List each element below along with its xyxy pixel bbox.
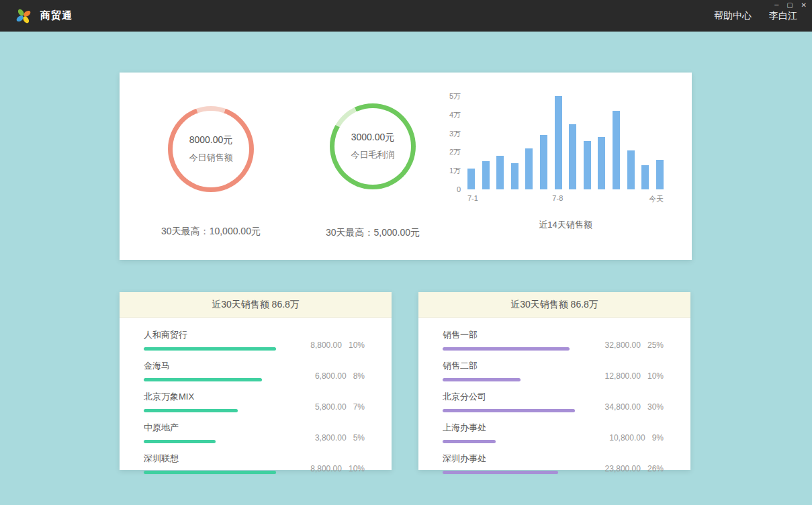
rank-row: 北京分公司34,800.0030% xyxy=(443,385,664,416)
minimize-button[interactable]: ─ xyxy=(774,2,778,9)
department-rank-list: 销售一部32,800.0025%销售二部12,800.0010%北京分公司34,… xyxy=(418,318,690,478)
rank-item-name: 销售二部 xyxy=(443,360,575,372)
rank-item-name: 金海马 xyxy=(144,360,276,372)
y-axis-tick: 3万 xyxy=(449,128,461,138)
rank-left-col: 深圳办事处 xyxy=(443,453,575,474)
rank-item-name: 深圳办事处 xyxy=(443,453,575,465)
rank-item-value: 6,800.008% xyxy=(315,371,365,381)
rank-item-amount: 3,800.00 xyxy=(315,433,347,443)
rank-row: 深圳联想8,800.0010% xyxy=(144,447,365,478)
rank-item-percent: 25% xyxy=(647,340,664,350)
rank-item-bar xyxy=(443,347,570,351)
donut-center: 8000.00元 今日销售额 xyxy=(173,111,249,187)
rank-item-percent: 7% xyxy=(353,402,365,412)
y-axis-tick: 0 xyxy=(457,185,461,193)
today-profit-value: 3000.00元 xyxy=(351,132,395,144)
sales-bar xyxy=(496,156,504,189)
today-profit-footnote: 30天最高：5,000.00元 xyxy=(326,227,420,239)
rank-item-amount: 5,800.00 xyxy=(315,402,347,412)
rank-item-bar xyxy=(443,471,558,474)
rank-item-amount: 6,800.00 xyxy=(315,371,347,381)
today-profit-label: 今日毛利润 xyxy=(351,149,395,161)
maximize-button[interactable]: ▢ xyxy=(786,2,793,9)
today-sales-footnote: 30天最高：10,000.00元 xyxy=(161,226,261,238)
rank-item-name: 中原地产 xyxy=(144,422,276,434)
donut-center: 3000.00元 今日毛利润 xyxy=(334,108,411,185)
rank-item-value: 3,800.005% xyxy=(315,433,365,443)
rank-item-name: 上海办事处 xyxy=(443,422,575,434)
rank-row: 深圳办事处23,800.0026% xyxy=(443,447,664,478)
rank-item-value: 23,800.0026% xyxy=(605,464,664,474)
rank-item-value: 10,800.009% xyxy=(609,433,664,443)
rank-item-bar xyxy=(144,471,276,474)
customer-rank-title: 近30天销售额 86.8万 xyxy=(120,292,392,318)
department-rank-card: 近30天销售额 86.8万 销售一部32,800.0025%销售二部12,800… xyxy=(418,292,690,470)
rank-item-name: 人和商贸行 xyxy=(144,329,276,341)
today-sales-label: 今日销售额 xyxy=(189,152,233,164)
x-axis-tick: 7-8 xyxy=(552,194,563,202)
y-axis-tick: 5万 xyxy=(449,91,461,101)
app-logo-icon xyxy=(15,7,32,25)
app-window: 商贸通 帮助中心 李白江 ─ ▢ ✕ 8000.00元 今日销售额 30天最高：… xyxy=(0,0,812,505)
rank-item-percent: 10% xyxy=(349,464,365,473)
rank-row: 人和商贸行8,800.0010% xyxy=(144,324,365,355)
overview-card: 8000.00元 今日销售额 30天最高：10,000.00元 3000.00元… xyxy=(120,73,692,260)
rank-row: 上海办事处10,800.009% xyxy=(443,416,664,447)
rank-item-bar xyxy=(443,409,575,412)
rank-item-percent: 30% xyxy=(647,402,664,412)
rank-item-name: 深圳联想 xyxy=(144,453,276,465)
rank-item-value: 34,800.0030% xyxy=(605,402,664,412)
sales-bar xyxy=(540,135,547,189)
rank-row: 金海马6,800.008% xyxy=(144,355,365,385)
rank-item-value: 8,800.0010% xyxy=(310,464,365,474)
rank-item-percent: 8% xyxy=(353,371,365,381)
rank-left-col: 北京万象MIX xyxy=(144,391,276,412)
sales-bar xyxy=(656,160,664,189)
today-profit-donut-chart: 3000.00元 今日毛利润 xyxy=(330,103,416,189)
rank-left-col: 销售一部 xyxy=(443,329,575,351)
today-sales-donut-chart: 8000.00元 今日销售额 xyxy=(168,106,254,192)
today-profit-panel: 3000.00元 今日毛利润 30天最高：5,000.00元 xyxy=(302,73,443,260)
help-center-link[interactable]: 帮助中心 xyxy=(714,10,752,22)
sales-bar-chart-panel: 01万2万3万4万5万 7-17-8今天 近14天销售额 xyxy=(443,73,692,260)
rank-left-col: 金海马 xyxy=(144,360,276,381)
today-sales-value: 8000.00元 xyxy=(189,134,233,146)
rank-item-bar xyxy=(144,378,262,381)
bar-plot-area xyxy=(467,96,664,189)
customer-rank-card: 近30天销售额 86.8万 人和商贸行8,800.0010%金海马6,800.0… xyxy=(120,292,392,470)
rank-row: 销售二部12,800.0010% xyxy=(443,355,664,385)
sales-bar xyxy=(584,141,591,189)
customer-rank-list: 人和商贸行8,800.0010%金海马6,800.008%北京万象MIX5,80… xyxy=(120,318,392,478)
rank-left-col: 销售二部 xyxy=(443,360,575,381)
rank-left-col: 人和商贸行 xyxy=(144,329,276,351)
rank-item-amount: 10,800.00 xyxy=(609,433,645,443)
rank-item-amount: 34,800.00 xyxy=(605,402,641,412)
today-sales-panel: 8000.00元 今日销售额 30天最高：10,000.00元 xyxy=(120,73,302,260)
rank-row: 北京万象MIX5,800.007% xyxy=(144,385,365,416)
sales-bar xyxy=(511,163,518,189)
rank-item-amount: 8,800.00 xyxy=(310,340,342,350)
rank-item-value: 8,800.0010% xyxy=(310,340,365,351)
rank-item-amount: 12,800.00 xyxy=(605,371,641,381)
user-name-link[interactable]: 李白江 xyxy=(769,10,797,22)
y-axis-tick: 1万 xyxy=(449,166,461,176)
sales-bar-chart: 01万2万3万4万5万 xyxy=(443,96,664,189)
sales-bar xyxy=(482,161,490,189)
titlebar: 商贸通 帮助中心 李白江 ─ ▢ ✕ xyxy=(0,0,812,32)
department-rank-title: 近30天销售额 86.8万 xyxy=(418,292,690,318)
window-controls: ─ ▢ ✕ xyxy=(774,2,807,9)
x-axis-tick: 今天 xyxy=(649,194,664,204)
close-button[interactable]: ✕ xyxy=(801,2,807,9)
sales-bar xyxy=(555,96,562,189)
x-axis: 7-17-8今天 xyxy=(467,189,664,203)
rank-item-percent: 10% xyxy=(349,340,365,350)
rank-left-col: 中原地产 xyxy=(144,422,276,443)
rank-item-percent: 10% xyxy=(647,371,664,381)
rank-item-amount: 32,800.00 xyxy=(605,340,641,350)
rank-item-bar xyxy=(144,440,216,443)
sales-bar xyxy=(598,137,605,189)
rank-row: 销售一部32,800.0025% xyxy=(443,324,664,355)
rank-item-percent: 9% xyxy=(652,433,664,443)
rank-item-bar xyxy=(144,409,238,412)
rank-item-bar xyxy=(443,440,496,443)
